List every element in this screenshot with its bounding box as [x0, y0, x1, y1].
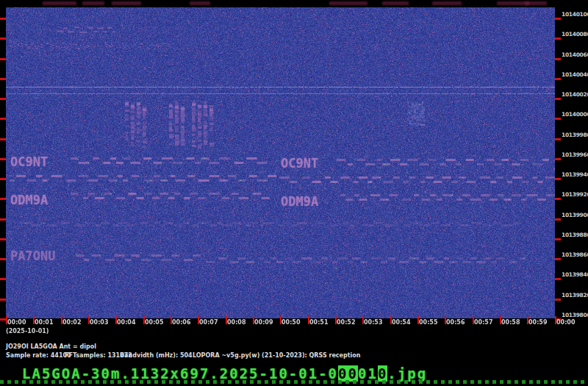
time-label: 00:07 — [199, 319, 218, 326]
frequency-tick-left — [0, 299, 6, 301]
filename-counter: 000010 — [329, 365, 388, 382]
top-strip-artifact — [525, 1, 547, 5]
frequency-tick-left — [0, 78, 6, 80]
station-info: JO29OI LA5GOA Ant = dipol — [6, 343, 96, 350]
top-strip-artifact — [82, 1, 104, 5]
top-strip-artifact — [382, 1, 409, 5]
time-label: 00:55 — [419, 319, 437, 326]
frequency-label: 10139800 — [562, 312, 588, 318]
frequency-tick-right — [555, 278, 561, 280]
counter-digit: 0 — [338, 365, 348, 382]
frequency-tick-right — [555, 178, 561, 180]
top-strip-artifact — [43, 1, 76, 5]
top-strip-artifact — [190, 1, 210, 5]
time-label: 00:52 — [337, 319, 355, 326]
frequency-label: 10139820 — [562, 292, 588, 299]
frequency-tick-left — [0, 98, 6, 100]
sample-rate-label: Sample rate: 44100 — [6, 352, 71, 359]
frequency-label: 10140100 — [562, 11, 588, 18]
frequency-tick-right — [555, 138, 561, 140]
frequency-label: 10139960 — [562, 151, 588, 158]
frequency-label: 10140020 — [562, 91, 588, 98]
frequency-tick-right — [555, 118, 561, 120]
frequency-tick-right — [555, 18, 561, 20]
time-label: 00:03 — [90, 319, 108, 326]
spectrogram-canvas — [6, 7, 555, 318]
frequency-tick-left — [0, 18, 6, 20]
frequency-label: 10140000 — [562, 111, 588, 118]
frequency-tick-left — [0, 238, 6, 240]
frequency-label: 10140080 — [562, 31, 588, 37]
frequency-tick-left — [0, 158, 6, 160]
time-label: 00:57 — [474, 319, 492, 326]
time-label: 00:01 — [35, 319, 53, 326]
time-label: 00:00 — [7, 319, 26, 326]
counter-digit: 0 — [378, 365, 387, 382]
frequency-tick-left — [0, 118, 6, 120]
software-label: LOPORA ~v5g.py(w) (21-10-2023): QRSS rec… — [193, 352, 361, 359]
filename-text: LA5GOA-30m.1132x697.2025-10-01-000010.jp… — [22, 365, 427, 382]
top-strip-artifact — [112, 1, 141, 5]
frequency-tick-right — [555, 218, 561, 221]
time-label: 00:56 — [446, 319, 465, 326]
frequency-tick-left — [0, 138, 6, 140]
frequency-label: 10139980 — [562, 132, 588, 138]
frequency-label: 10139900 — [562, 212, 588, 218]
frequency-tick-left — [0, 178, 6, 180]
dotted-separator — [0, 380, 588, 384]
time-label: 00:51 — [309, 319, 328, 326]
time-label: 00:04 — [117, 319, 135, 326]
time-label: 00:09 — [254, 319, 273, 326]
frequency-label: 10140060 — [562, 51, 588, 58]
bandwidth-label: Bandvidth (mHz): 504 — [120, 352, 193, 359]
frequency-label: 10139920 — [562, 191, 588, 198]
frequency-tick-left — [0, 258, 6, 260]
date-label: (2025-10-01) — [6, 328, 49, 335]
frequency-tick-right — [555, 299, 561, 301]
time-label: 00:59 — [528, 319, 547, 326]
frequency-label: 10140040 — [562, 71, 588, 78]
time-label: 00:50 — [282, 319, 300, 326]
time-label: 00:06 — [172, 319, 190, 326]
qrss-grabber-screen: 1014010010140080101400601014004010140020… — [0, 0, 588, 386]
filename-prefix: LA5GOA-30m.1132x697.2025-10-01- — [22, 365, 329, 382]
counter-digit: 1 — [368, 365, 377, 382]
frequency-tick-right — [555, 78, 561, 80]
time-label: 00:58 — [501, 319, 520, 326]
frequency-tick-left — [0, 198, 6, 200]
time-label: 00:00 — [556, 319, 575, 326]
frequency-label: 10139840 — [562, 271, 588, 278]
frequency-tick-left — [0, 278, 6, 280]
frequency-tick-left — [0, 318, 6, 321]
frequency-tick-right — [555, 58, 561, 60]
frequency-tick-right — [555, 98, 561, 100]
filename-suffix: .jpg — [387, 365, 427, 382]
frequency-label: 10139940 — [562, 171, 588, 178]
frequency-label: 10139860 — [562, 251, 588, 258]
frequency-tick-right — [555, 158, 561, 160]
frequency-tick-left — [0, 37, 6, 40]
time-label: 00:02 — [62, 319, 81, 326]
top-strip-artifact — [432, 1, 462, 5]
time-label: 00:53 — [364, 319, 382, 326]
frequency-tick-right — [555, 258, 561, 260]
frequency-tick-left — [0, 218, 6, 221]
time-label: 00:05 — [145, 319, 163, 326]
frequency-tick-right — [555, 198, 561, 200]
counter-digit: 0 — [358, 365, 368, 382]
counter-digit: 0 — [348, 365, 358, 382]
frequency-tick-right — [555, 238, 561, 240]
time-label: 00:08 — [227, 319, 245, 326]
top-strip-artifact — [329, 1, 368, 5]
counter-digit: 0 — [329, 365, 338, 382]
frequency-label: 10139880 — [562, 232, 588, 238]
time-label: 00:54 — [392, 319, 410, 326]
frequency-tick-right — [555, 37, 561, 40]
frequency-tick-left — [0, 58, 6, 60]
